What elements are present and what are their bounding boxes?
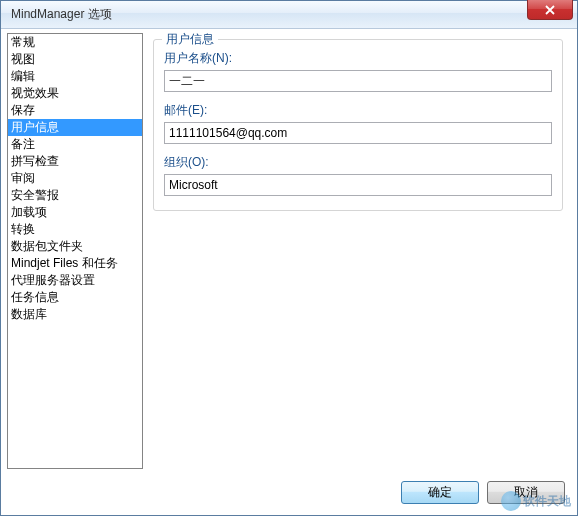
sidebar-item-4[interactable]: 保存 bbox=[8, 102, 142, 119]
window-title: MindManager 选项 bbox=[11, 6, 112, 23]
close-icon bbox=[545, 5, 555, 15]
cancel-button[interactable]: 取消 bbox=[487, 481, 565, 504]
sidebar-item-3[interactable]: 视觉效果 bbox=[8, 85, 142, 102]
main-panel: 用户信息 用户名称(N): 邮件(E): 组织(O): bbox=[143, 33, 571, 469]
section-title: 用户信息 bbox=[162, 31, 218, 48]
sidebar-item-13[interactable]: Mindjet Files 和任务 bbox=[8, 255, 142, 272]
sidebar-item-6[interactable]: 备注 bbox=[8, 136, 142, 153]
sidebar-item-14[interactable]: 代理服务器设置 bbox=[8, 272, 142, 289]
close-button[interactable] bbox=[527, 0, 573, 20]
footer: 确定 取消 软件天地 bbox=[1, 469, 577, 515]
category-sidebar[interactable]: 常规视图编辑视觉效果保存用户信息备注拼写检查审阅安全警报加载项转换数据包文件夹M… bbox=[7, 33, 143, 469]
email-label: 邮件(E): bbox=[164, 102, 552, 119]
org-label: 组织(O): bbox=[164, 154, 552, 171]
org-row: 组织(O): bbox=[164, 154, 552, 196]
username-input[interactable] bbox=[164, 70, 552, 92]
sidebar-item-12[interactable]: 数据包文件夹 bbox=[8, 238, 142, 255]
org-input[interactable] bbox=[164, 174, 552, 196]
sidebar-item-8[interactable]: 审阅 bbox=[8, 170, 142, 187]
sidebar-item-5[interactable]: 用户信息 bbox=[8, 119, 142, 136]
sidebar-item-16[interactable]: 数据库 bbox=[8, 306, 142, 323]
username-row: 用户名称(N): bbox=[164, 50, 552, 92]
sidebar-item-9[interactable]: 安全警报 bbox=[8, 187, 142, 204]
sidebar-item-7[interactable]: 拼写检查 bbox=[8, 153, 142, 170]
email-row: 邮件(E): bbox=[164, 102, 552, 144]
ok-button[interactable]: 确定 bbox=[401, 481, 479, 504]
email-input[interactable] bbox=[164, 122, 552, 144]
titlebar[interactable]: MindManager 选项 bbox=[1, 1, 577, 29]
sidebar-item-2[interactable]: 编辑 bbox=[8, 68, 142, 85]
user-info-fieldset: 用户信息 用户名称(N): 邮件(E): 组织(O): bbox=[153, 39, 563, 211]
options-window: MindManager 选项 常规视图编辑视觉效果保存用户信息备注拼写检查审阅安… bbox=[0, 0, 578, 516]
username-label: 用户名称(N): bbox=[164, 50, 552, 67]
sidebar-item-0[interactable]: 常规 bbox=[8, 34, 142, 51]
sidebar-item-11[interactable]: 转换 bbox=[8, 221, 142, 238]
content-area: 常规视图编辑视觉效果保存用户信息备注拼写检查审阅安全警报加载项转换数据包文件夹M… bbox=[1, 29, 577, 469]
sidebar-item-15[interactable]: 任务信息 bbox=[8, 289, 142, 306]
sidebar-item-1[interactable]: 视图 bbox=[8, 51, 142, 68]
sidebar-item-10[interactable]: 加载项 bbox=[8, 204, 142, 221]
